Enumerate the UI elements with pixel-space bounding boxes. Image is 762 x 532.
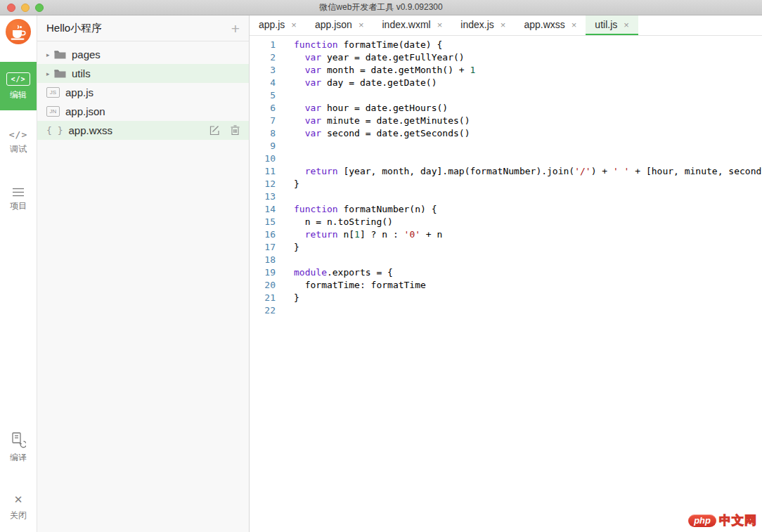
code-line: 13 — [250, 190, 762, 203]
sidebar-item-edit[interactable]: </> 编辑 — [0, 62, 37, 110]
tab-app.json[interactable]: app.json× — [306, 15, 373, 35]
add-file-button[interactable]: + — [231, 21, 240, 36]
code-line: 12} — [250, 178, 762, 190]
tab-close-icon[interactable]: × — [572, 20, 577, 30]
code-line: 17} — [250, 241, 762, 254]
code-line: 1function formatTime(date) { — [250, 39, 762, 51]
tree-item-app.wxss[interactable]: { }app.wxss — [37, 121, 249, 140]
close-window-icon[interactable] — [7, 4, 15, 12]
line-number: 1 — [250, 39, 276, 51]
file-type-badge: JS — [46, 87, 60, 98]
line-number: 2 — [250, 51, 276, 64]
close-project-icon: ✕ — [14, 493, 23, 506]
tree-item-app.json[interactable]: JNapp.json — [37, 102, 249, 121]
line-number: 15 — [250, 216, 276, 228]
code-line: 9 — [250, 140, 762, 153]
line-number: 6 — [250, 102, 276, 115]
window-titlebar: 微信web开发者工具 v0.9.092300 — [0, 0, 762, 15]
edit-file-icon[interactable] — [209, 125, 220, 136]
window-title: 微信web开发者工具 v0.9.092300 — [0, 1, 762, 13]
code-line-text: module.exports = { — [276, 266, 393, 279]
code-line: 22 — [250, 304, 762, 317]
watermark: php 中文网 — [688, 512, 757, 528]
line-number: 7 — [250, 115, 276, 127]
code-line-text: function formatTime(date) { — [276, 39, 442, 51]
tree-item-utils[interactable]: ▸utils — [37, 64, 249, 83]
zoom-window-icon[interactable] — [35, 4, 44, 12]
activity-bar: </> 编辑 </> 调试 项目 — [0, 15, 37, 532]
tree-item-label: app.js — [65, 86, 93, 98]
code-line-text: } — [276, 292, 299, 304]
sidebar-item-compile[interactable]: 编译 — [0, 432, 37, 464]
tab-close-icon[interactable]: × — [359, 20, 364, 30]
sidebar-item-label: 调试 — [10, 143, 27, 155]
code-line-text: n = n.toString() — [276, 216, 393, 228]
code-line-text: var minute = date.getMinutes() — [276, 115, 470, 127]
code-line-text: var second = date.getSeconds() — [276, 127, 470, 140]
tab-index.js[interactable]: index.js× — [451, 15, 515, 35]
tab-bar: app.js×app.json×index.wxml×index.js×app.… — [250, 15, 762, 36]
tab-label: app.js — [259, 19, 285, 30]
folder-icon — [54, 50, 66, 59]
sidebar-item-close[interactable]: ✕ 关闭 — [0, 493, 37, 521]
tab-util.js[interactable]: util.js× — [586, 15, 638, 35]
delete-file-icon[interactable] — [231, 125, 240, 136]
line-number: 3 — [250, 64, 276, 77]
tree-item-label: utils — [72, 67, 91, 79]
code-line: 20 formatTime: formatTime — [250, 279, 762, 292]
line-number: 18 — [250, 254, 276, 266]
tab-index.wxml[interactable]: index.wxml× — [373, 15, 451, 35]
tree-item-pages[interactable]: ▸pages — [37, 45, 249, 64]
code-line-text — [276, 140, 294, 153]
code-line-text: formatTime: formatTime — [276, 279, 426, 292]
editor-area: app.js×app.json×index.wxml×index.js×app.… — [250, 15, 762, 532]
minimize-window-icon[interactable] — [21, 4, 30, 12]
project-title: Hello小程序 — [46, 22, 102, 35]
tab-label: index.js — [460, 19, 493, 30]
file-tree: ▸pages▸utilsJSapp.jsJNapp.json{ }app.wxs… — [37, 41, 249, 140]
folder-icon — [54, 69, 66, 78]
tab-close-icon[interactable]: × — [501, 20, 506, 30]
code-line: 5 — [250, 89, 762, 102]
code-line: 4 var day = date.getDate() — [250, 77, 762, 89]
sidebar-item-project[interactable]: 项目 — [0, 188, 37, 212]
coffee-cup-icon — [6, 19, 31, 44]
tab-close-icon[interactable]: × — [624, 20, 629, 30]
code-editor[interactable]: 1function formatTime(date) {2 var year =… — [250, 36, 762, 532]
line-number: 20 — [250, 279, 276, 292]
line-number: 9 — [250, 140, 276, 153]
code-line-text: } — [276, 241, 299, 254]
tab-close-icon[interactable]: × — [291, 20, 297, 30]
disclosure-caret-icon[interactable]: ▸ — [46, 51, 54, 58]
code-line-text — [276, 89, 294, 102]
tree-item-app.js[interactable]: JSapp.js — [37, 83, 249, 102]
code-line: 18 — [250, 254, 762, 266]
file-type-badge: JN — [46, 106, 60, 117]
code-line-text: return n[1] ? n : '0' + n — [276, 228, 442, 241]
tab-label: app.wxss — [524, 19, 564, 30]
code-line-text — [276, 304, 294, 317]
line-number: 21 — [250, 292, 276, 304]
row-actions — [209, 125, 240, 136]
code-line: 6 var hour = date.getHours() — [250, 102, 762, 115]
code-line: 8 var second = date.getSeconds() — [250, 127, 762, 140]
line-number: 19 — [250, 266, 276, 279]
sidebar-item-debug[interactable]: </> 调试 — [0, 129, 37, 155]
tab-close-icon[interactable]: × — [437, 20, 443, 30]
code-line-text: var hour = date.getHours() — [276, 102, 448, 115]
code-line-text — [276, 254, 294, 266]
code-line: 2 var year = date.getFullYear() — [250, 51, 762, 64]
tab-app.wxss[interactable]: app.wxss× — [515, 15, 586, 35]
user-avatar[interactable] — [6, 19, 31, 44]
tab-app.js[interactable]: app.js× — [250, 15, 306, 35]
sidebar-item-label: 项目 — [10, 200, 27, 212]
compile-refresh-icon — [11, 432, 26, 448]
code-line: 16 return n[1] ? n : '0' + n — [250, 228, 762, 241]
code-line: 11 return [year, month, day].map(formatN… — [250, 165, 762, 178]
php-logo-badge: php — [688, 514, 716, 527]
code-line-text — [276, 190, 294, 203]
disclosure-caret-icon[interactable]: ▸ — [46, 70, 54, 77]
watermark-text: 中文网 — [719, 512, 757, 528]
line-number: 17 — [250, 241, 276, 254]
list-icon — [12, 188, 25, 197]
